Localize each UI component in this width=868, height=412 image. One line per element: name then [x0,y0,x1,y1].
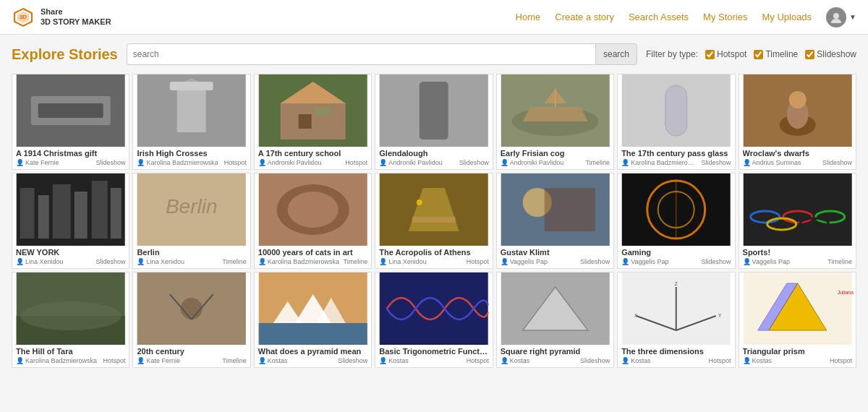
logo-area: 3D Share 3D STORY MAKER [12,6,111,29]
nav-my-stories[interactable]: My Stories [703,12,747,22]
nav-home[interactable]: Home [516,12,541,22]
nav-user[interactable]: ▼ [826,7,856,27]
story-card[interactable]: Basic Trigonometric Functions👤KostasHots… [375,272,493,368]
story-author: 👤Vaggelis Pap [743,258,825,265]
story-card[interactable]: Wroclaw's dwarfs👤Andrius SuminasSlidesho… [739,74,856,170]
author-icon: 👤 [16,159,24,166]
logo-text: Share 3D STORY MAKER [41,7,111,26]
story-card[interactable]: The Acropolis of Athens👤Lina XenidouHots… [375,173,493,269]
filter-slideshow[interactable]: Slideshow [805,49,856,59]
filter-timeline-label: Timeline [765,49,798,59]
story-card[interactable]: The 17th century pass glass👤Karolina Bad… [617,74,735,170]
story-card[interactable]: Sports!👤Vaggelis PapTimeline [739,173,856,269]
story-type: Slideshow [95,159,125,166]
author-name: Androniki Pavlidou [510,159,564,166]
story-info: Wroclaw's dwarfs👤Andrius SuminasSlidesho… [739,147,856,169]
story-card[interactable]: A 17th century school👤Androniki Pavlidou… [254,74,372,170]
author-icon: 👤 [137,357,145,364]
story-thumbnail: Berlin [133,173,250,246]
story-meta: 👤Androniki PavlidouTimeline [501,159,610,166]
story-meta: 👤KostasHotspot [621,357,731,364]
author-icon: 👤 [258,258,266,265]
story-thumbnail [497,272,613,345]
story-card[interactable]: 10000 years of cats in art👤Karolina Badz… [254,173,372,269]
filter-slideshow-checkbox[interactable] [805,50,814,59]
story-card[interactable]: Gustav Klimt👤Vaggelis PapSlideshow [496,173,614,269]
story-meta: 👤Kate FernieSlideshow [16,159,125,166]
story-title: The Hill of Tara [16,347,125,356]
story-title: What does a pyramid mean [258,347,367,356]
story-meta: 👤Androniki PavlidouHotspot [258,159,367,166]
author-icon: 👤 [137,159,145,166]
filter-timeline-checkbox[interactable] [754,50,763,59]
story-author: 👤Andrius Suminas [743,159,820,166]
story-meta: 👤Karolina BadzmierowskaHotspot [16,357,125,364]
author-icon: 👤 [501,258,509,265]
svg-rect-6 [38,103,103,118]
story-author: 👤Karolina Badzmierowska [137,159,221,166]
story-thumbnail [739,173,856,246]
story-author: 👤Karolina Badzmierowska [258,258,341,265]
search-button[interactable]: search [595,43,637,65]
search-input[interactable] [133,49,590,59]
svg-rect-12 [281,103,346,140]
story-thumbnail [12,173,129,246]
nav-search-assets[interactable]: Search Assets [629,12,689,22]
story-title: A 1914 Christmas gift [16,149,125,158]
story-meta: 👤KostasHotspot [743,357,852,364]
story-meta: 👤Karolina BadzmierowskaTimeline [258,258,367,265]
header: 3D Share 3D STORY MAKER Home Create a st… [0,0,868,35]
author-name: Kostas [268,357,288,364]
story-card[interactable]: The Hill of Tara👤Karolina BadzmierowskaH… [12,272,129,368]
story-card[interactable]: Early Frisian cog👤Androniki PavlidouTime… [496,74,614,170]
story-thumbnail [255,272,371,345]
filter-area: Filter by type: Hotspot Timeline Slidesh… [646,49,856,59]
story-card[interactable]: Glendalough👤Androniki PavlidouSlideshow [375,74,493,170]
story-type: Timeline [827,258,852,265]
filter-hotspot[interactable]: Hotspot [705,49,746,59]
nav-my-uploads[interactable]: My Uploads [762,12,812,22]
svg-text:Berlin: Berlin [166,195,218,218]
author-name: Karolina Badzmierowska [268,258,339,265]
story-card[interactable]: ZXYThe three dimensions👤KostasHotspot [617,272,735,368]
author-icon: 👤 [16,357,24,364]
story-info: Triangular prism👤KostasHotspot [739,345,856,367]
story-author: 👤Androniki Pavlidou [258,159,342,166]
svg-text:Y: Y [718,313,722,318]
story-card[interactable]: 20th century👤Kate FernieTimeline [132,272,250,368]
filter-timeline[interactable]: Timeline [754,49,798,59]
story-title: Basic Trigonometric Functions [379,347,488,356]
story-card[interactable]: JulianaTriangular prism👤KostasHotspot [739,272,856,368]
author-icon: 👤 [501,159,509,166]
story-thumbnail [375,173,492,246]
story-card[interactable]: A 1914 Christmas gift👤Kate FernieSlidesh… [12,74,129,170]
story-author: 👤Kostas [621,357,705,364]
story-card[interactable]: Gaming👤Vaggelis PapSlideshow [617,173,735,269]
story-info: 20th century👤Kate FernieTimeline [133,345,250,367]
filter-hotspot-checkbox[interactable] [705,50,715,59]
story-card[interactable]: NEW YORK👤Lina XenidouSlideshow [12,173,129,269]
story-title: Gaming [621,248,731,257]
author-name: Karolina Badzmierowska [631,159,698,166]
story-card[interactable]: What does a pyramid mean👤KostasSlideshow [254,272,372,368]
nav-create[interactable]: Create a story [555,12,614,22]
story-title: The Acropolis of Athens [379,248,488,257]
svg-text:Z: Z [675,281,678,286]
author-icon: 👤 [621,258,629,265]
story-author: 👤Kostas [743,357,827,364]
story-card[interactable]: Square right pyramid👤KostasSlideshow [496,272,614,368]
story-meta: 👤Vaggelis PapTimeline [743,258,852,265]
author-icon: 👤 [743,357,751,364]
story-thumbnail [255,173,371,246]
svg-rect-9 [170,82,213,90]
story-thumbnail [12,74,129,147]
main-content: Explore Stories search Filter by type: H… [0,35,868,377]
story-info: Berlin👤Lina XenidouTimeline [133,246,250,268]
story-card[interactable]: Irish High Crosses👤Karolina Badzmierowsk… [132,74,250,170]
story-thumbnail [133,272,250,345]
story-meta: 👤Kate FernieTimeline [137,357,246,364]
author-name: Vaggelis Pap [631,258,668,265]
story-card[interactable]: BerlinBerlin👤Lina XenidouTimeline [132,173,250,269]
story-title: Sports! [743,248,852,257]
story-meta: 👤Lina XenidouSlideshow [16,258,125,265]
